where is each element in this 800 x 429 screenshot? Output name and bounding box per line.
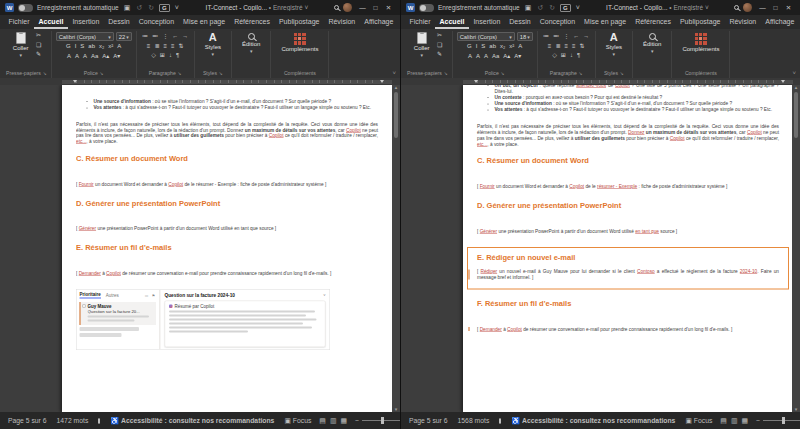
paste-button[interactable]: Coller ▾	[10, 31, 32, 59]
font-format-button[interactable]: S	[480, 42, 487, 51]
font-format-button[interactable]: A	[482, 52, 489, 61]
dialog-launcher-icon[interactable]: ↘	[579, 71, 583, 76]
clipboard-tool-button[interactable]: ✎	[34, 50, 42, 59]
edition-button[interactable]: Édition ▾	[637, 31, 667, 55]
maximize-button[interactable]: □	[369, 4, 382, 12]
paragraph-format-button[interactable]: ≡	[169, 42, 176, 51]
word-count[interactable]: 1472 mots	[57, 417, 89, 424]
paragraph-format-button[interactable]: ≕	[552, 32, 561, 41]
save-icon[interactable]: ▣	[524, 4, 533, 12]
paragraph-format-button[interactable]: ≔	[141, 32, 150, 41]
search-icon[interactable]	[334, 5, 339, 10]
ribbon-collapse-icon[interactable]: ˅	[792, 70, 796, 76]
font-format-button[interactable]: I	[474, 42, 479, 51]
menu-tab[interactable]: Dessin	[104, 15, 134, 29]
paragraph-format-button[interactable]: ◇	[551, 51, 559, 60]
accessibility-status[interactable]: ♿ Accessibilité : consultez nos recomman…	[511, 417, 675, 425]
indent-marker[interactable]	[781, 80, 785, 83]
paragraph-format-button[interactable]: ≕	[151, 32, 160, 41]
paragraph-format-button[interactable]: ≡	[546, 42, 553, 51]
document-page[interactable]: Une source d'information : où se situe l…	[62, 85, 392, 412]
bold-quick-button[interactable]: G	[159, 4, 170, 12]
save-status-chevron-icon[interactable]: ˅	[705, 4, 709, 11]
focus-mode-button[interactable]: ▣ Focus	[284, 417, 311, 425]
zoom-out-button[interactable]: −	[355, 417, 359, 424]
paragraph-format-button[interactable]: ⇅	[177, 42, 185, 51]
scroll-down-icon[interactable]: ▼	[394, 407, 398, 412]
zoom-control[interactable]: − +	[756, 417, 800, 424]
proofing-icon[interactable]	[499, 418, 501, 424]
autosave-toggle[interactable]	[419, 4, 434, 12]
embedded-screenshot[interactable]: PrioritaireAutres≔ ⚑Guy MauveQuestion su…	[76, 289, 330, 350]
font-format-button[interactable]: A	[116, 42, 123, 51]
font-format-button[interactable]: x²	[107, 42, 115, 51]
zoom-slider-thumb[interactable]	[782, 417, 785, 424]
font-format-button[interactable]: G	[64, 42, 72, 51]
menu-tab[interactable]: Conception	[535, 15, 579, 29]
vertical-scrollbar[interactable]: ▲ ▼	[392, 85, 400, 412]
view-mode-button[interactable]: ▥	[731, 417, 738, 425]
paragraph-format-button[interactable]: ↓	[167, 51, 173, 60]
menu-tab[interactable]: Révision	[725, 15, 761, 29]
close-button[interactable]: ✕	[382, 4, 395, 12]
redo-icon[interactable]: ↻	[548, 4, 556, 12]
paragraph-format-button[interactable]: ≣	[554, 42, 562, 51]
font-name-select[interactable]: Calibri (Corps) ▾	[56, 32, 114, 41]
zoom-slider[interactable]	[763, 420, 800, 421]
dialog-launcher-icon[interactable]: ↘	[100, 71, 104, 76]
ribbon-collapse-icon[interactable]: ˅	[392, 70, 396, 76]
menu-tab[interactable]: Insertion	[68, 15, 104, 29]
scrollbar-thumb[interactable]	[394, 92, 398, 138]
font-format-button[interactable]: A▾	[513, 52, 523, 61]
clipboard-tool-button[interactable]: ✎	[435, 50, 443, 59]
view-mode-button[interactable]: ▤	[720, 417, 727, 425]
clipboard-tool-button[interactable]: ✂	[435, 31, 443, 40]
paragraph-format-button[interactable]: ⊞	[158, 51, 166, 60]
indent-marker[interactable]	[474, 80, 478, 83]
menu-tab[interactable]: Dessin	[505, 15, 535, 29]
clipboard-tool-button[interactable]: ❏	[34, 41, 42, 50]
view-mode-button[interactable]: ▥	[330, 417, 337, 425]
clipboard-tool-button[interactable]: ✂	[34, 31, 42, 40]
menu-tab[interactable]: Conception	[134, 15, 178, 29]
indent-marker[interactable]	[380, 80, 384, 83]
page-indicator[interactable]: Page 5 sur 6	[8, 417, 47, 424]
scroll-up-icon[interactable]: ▲	[394, 85, 398, 90]
view-mode-button[interactable]: ▦	[341, 417, 348, 425]
redo-icon[interactable]: ↻	[147, 4, 155, 12]
scrollbar-thumb[interactable]	[794, 92, 798, 138]
menu-tab[interactable]: Mise en page	[580, 15, 631, 29]
autosave-toggle[interactable]	[18, 4, 33, 12]
paragraph-format-button[interactable]: ↓	[568, 51, 574, 60]
proofing-icon[interactable]	[98, 418, 100, 424]
font-size-select[interactable]: 22 ▾	[116, 32, 132, 41]
paragraph-format-button[interactable]: ⋮	[562, 32, 571, 41]
font-format-button[interactable]: A	[474, 52, 481, 61]
scroll-up-icon[interactable]: ▲	[794, 85, 798, 90]
dialog-launcher-icon[interactable]: ↘	[43, 71, 47, 76]
zoom-out-button[interactable]: −	[756, 417, 760, 424]
font-format-button[interactable]: ab	[488, 42, 498, 51]
scroll-down-icon[interactable]: ▼	[794, 407, 798, 412]
menu-tab[interactable]: Affichage	[761, 15, 799, 29]
save-status-chevron-icon[interactable]: ˅	[304, 4, 308, 11]
horizontal-ruler[interactable]	[401, 78, 800, 85]
undo-icon[interactable]: ↺	[536, 4, 544, 12]
font-format-button[interactable]: I	[73, 42, 78, 51]
menu-tab[interactable]: Accueil	[435, 15, 469, 29]
menu-tab[interactable]: Publipostage	[274, 15, 323, 29]
font-format-button[interactable]: Aa	[90, 52, 100, 61]
close-button[interactable]: ✕	[782, 4, 795, 12]
accessibility-status[interactable]: ♿ Accessibilité : consultez nos recomman…	[110, 417, 274, 425]
font-format-button[interactable]: A	[466, 52, 473, 61]
zoom-slider[interactable]	[362, 420, 400, 421]
font-format-button[interactable]: A▾	[112, 52, 122, 61]
font-format-button[interactable]: S	[79, 42, 86, 51]
zoom-slider-thumb[interactable]	[381, 417, 384, 424]
menu-tab[interactable]: Accueil	[34, 15, 68, 29]
paragraph-format-button[interactable]: ⇅	[578, 42, 586, 51]
font-format-button[interactable]: A	[73, 52, 80, 61]
paragraph-format-button[interactable]: ←	[572, 32, 581, 41]
search-icon[interactable]	[734, 5, 739, 10]
dialog-launcher-icon[interactable]: ↘	[178, 71, 182, 76]
